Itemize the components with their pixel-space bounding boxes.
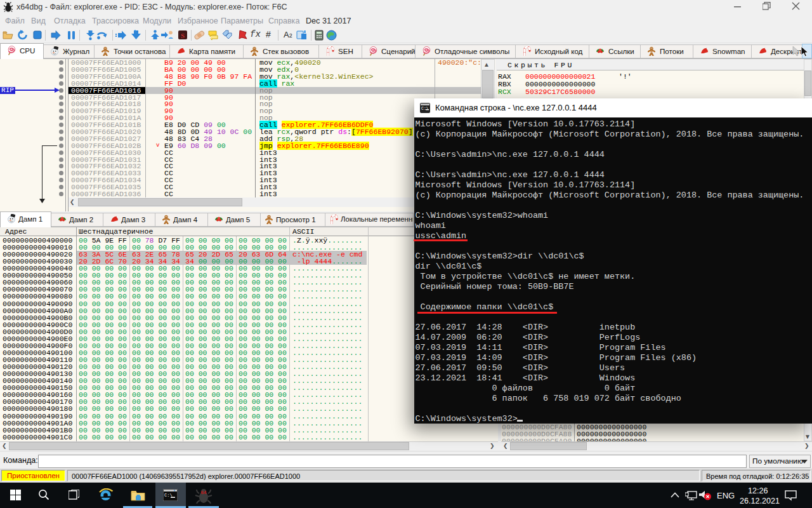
svg-text:S: S	[181, 32, 185, 39]
svg-text:64: 64	[201, 490, 207, 495]
svg-text:C:\: C:\	[421, 107, 429, 111]
